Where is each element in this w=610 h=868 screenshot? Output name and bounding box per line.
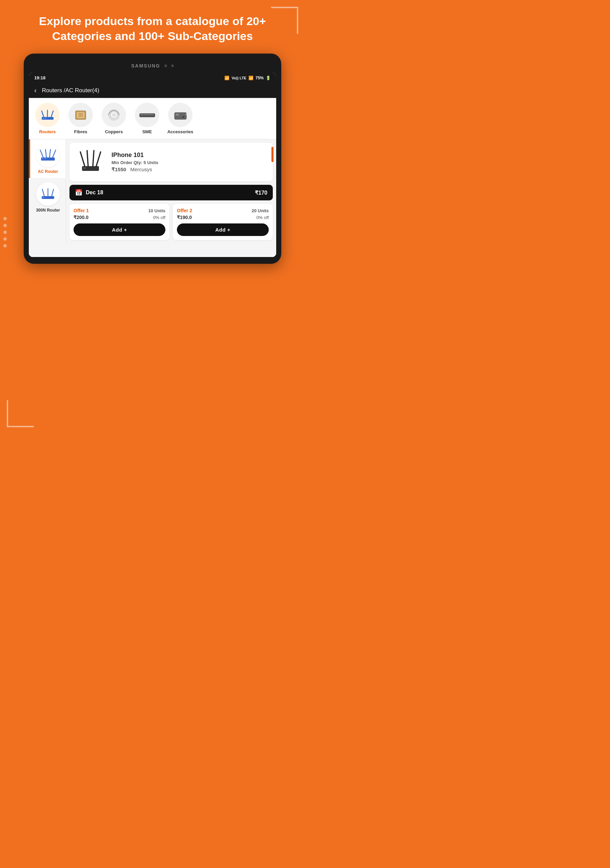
content-area: Routers Fibres <box>29 98 276 257</box>
product-price: ₹1550 Mercusys <box>111 166 269 173</box>
offer-2-price-row: ₹190.0 0% off <box>177 215 269 220</box>
status-bar: 19:18 📶 Vo)) LTE 📶 75% 🔋 <box>29 73 276 83</box>
calendar-icon: 📅 <box>75 189 82 196</box>
svg-rect-19 <box>147 114 149 115</box>
date-bar: 📅 Dec 18 ₹170 <box>70 185 273 200</box>
product-price-value: ₹1550 <box>111 166 126 172</box>
category-label-accessories: Accessories <box>167 129 194 134</box>
tablet-brand-label: SAMSUNG <box>131 63 160 68</box>
category-label-coppers: Coppers <box>105 129 123 134</box>
product-content: IPhone 101 Min Order Qty: 5 Units ₹1550 … <box>66 140 276 243</box>
back-button[interactable]: ‹ <box>34 87 37 94</box>
tablet-device: SAMSUNG 19:18 📶 Vo)) LTE 📶 75% 🔋 ‹ Route… <box>24 54 281 264</box>
offer-2-units: 20 Units <box>251 208 269 213</box>
product-area: AC Router 300 <box>29 140 276 243</box>
offer-2-add-button[interactable]: Add + <box>177 223 269 236</box>
dots-decoration <box>3 217 7 248</box>
product-image <box>74 147 107 177</box>
offer-card-2: Offer 2 20 Units ₹190.0 0% off Add + <box>173 204 273 240</box>
svg-rect-22 <box>153 114 153 115</box>
category-item-accessories[interactable]: Accessories <box>165 103 195 134</box>
tablet-camera-dot <box>164 64 167 67</box>
offer-1-units: 10 Units <box>148 208 166 213</box>
svg-line-36 <box>42 189 44 196</box>
breadcrumb-sub: AC Router <box>65 87 92 94</box>
sidebar-label-ac-router: AC Router <box>38 169 58 174</box>
offer-1-price: ₹200.0 <box>74 215 88 220</box>
offers-row: Offer 1 10 Units ₹200.0 0% off Add + <box>70 204 273 240</box>
breadcrumb: Routers /AC Router(4) <box>42 87 99 94</box>
offer-2-discount: 0% off <box>256 215 269 220</box>
sidebar-item-ac-router[interactable]: AC Router <box>29 140 66 178</box>
product-info: IPhone 101 Min Order Qty: 5 Units ₹1550 … <box>111 152 269 173</box>
svg-line-30 <box>40 150 43 158</box>
sidebar-label-300n-router: 300N Router <box>36 208 60 212</box>
breadcrumb-main: Routers <box>42 87 62 94</box>
category-icon-fibres <box>68 103 93 127</box>
svg-point-25 <box>182 116 184 118</box>
svg-rect-28 <box>42 159 44 160</box>
phone-screen: 19:18 📶 Vo)) LTE 📶 75% 🔋 ‹ Routers /AC R… <box>29 73 276 257</box>
category-label-fibres: Fibres <box>74 129 87 134</box>
svg-rect-20 <box>149 114 150 115</box>
status-time: 19:18 <box>34 75 45 81</box>
svg-line-41 <box>81 152 85 166</box>
date-price: ₹170 <box>255 189 267 196</box>
signal-bars-icon: 📶 <box>248 76 254 81</box>
svg-line-3 <box>42 111 44 117</box>
svg-rect-2 <box>45 118 46 119</box>
category-icon-accessories <box>168 103 192 127</box>
offer-2-label: Offer 2 <box>177 208 192 213</box>
category-item-sme[interactable]: SME <box>132 103 163 134</box>
svg-rect-21 <box>151 114 152 115</box>
svg-rect-40 <box>84 167 86 169</box>
sidebar-icon-300n-router <box>36 182 60 206</box>
category-icon-sme <box>135 103 159 127</box>
status-icons: 📶 Vo)) LTE 📶 75% 🔋 <box>224 76 271 81</box>
category-item-fibres[interactable]: Fibres <box>65 103 96 134</box>
product-name: IPhone 101 <box>111 152 269 159</box>
signal-text: Vo)) LTE <box>231 76 246 80</box>
offer-2-header: Offer 2 20 Units <box>177 208 269 213</box>
svg-line-32 <box>50 150 51 158</box>
offer-1-add-button[interactable]: Add + <box>74 223 166 236</box>
nav-bar: ‹ Routers /AC Router(4) <box>29 83 276 98</box>
svg-point-26 <box>185 113 187 115</box>
category-item-coppers[interactable]: Coppers <box>99 103 129 134</box>
svg-rect-15 <box>141 114 142 115</box>
product-min-order: Min Order Qty: 5 Units <box>111 160 269 165</box>
svg-rect-29 <box>44 159 46 160</box>
date-label: Dec 18 <box>86 189 103 195</box>
offer-2-price: ₹190.0 <box>177 215 192 220</box>
svg-line-33 <box>53 150 56 158</box>
breadcrumb-count: (4) <box>92 87 99 94</box>
bottom-partial-area <box>29 243 276 257</box>
offer-card-1: Offer 1 10 Units ₹200.0 0% off Add + <box>70 204 169 240</box>
svg-rect-18 <box>146 114 147 115</box>
offer-1-label: Offer 1 <box>74 208 89 213</box>
corner-decoration-bl <box>7 400 34 427</box>
left-sidebar: AC Router 300 <box>29 140 66 243</box>
svg-rect-14 <box>139 113 155 117</box>
svg-line-5 <box>51 111 53 117</box>
date-left: 📅 Dec 18 <box>75 189 103 196</box>
offer-1-header: Offer 1 10 Units <box>74 208 166 213</box>
sidebar-icon-ac-router <box>36 143 60 167</box>
svg-rect-16 <box>142 114 143 115</box>
svg-line-42 <box>87 150 88 166</box>
product-card: IPhone 101 Min Order Qty: 5 Units ₹1550 … <box>70 143 273 181</box>
tablet-camera-dot2 <box>171 64 174 67</box>
tablet-brand-bar: SAMSUNG <box>29 60 276 73</box>
svg-point-13 <box>112 113 116 117</box>
svg-rect-17 <box>144 114 145 115</box>
category-icon-routers <box>35 103 60 127</box>
category-icon-coppers <box>102 103 126 127</box>
sidebar-item-300n-router[interactable]: 300N Router <box>29 178 66 217</box>
svg-rect-1 <box>43 118 44 119</box>
category-item-routers[interactable]: Routers <box>32 103 63 134</box>
category-scroll[interactable]: Routers Fibres <box>29 98 276 140</box>
header-title: Explore products from a catalogue of 20+… <box>0 0 305 54</box>
wifi-icon: 📶 <box>224 76 229 81</box>
category-label-sme: SME <box>142 129 152 134</box>
svg-rect-24 <box>175 113 179 116</box>
